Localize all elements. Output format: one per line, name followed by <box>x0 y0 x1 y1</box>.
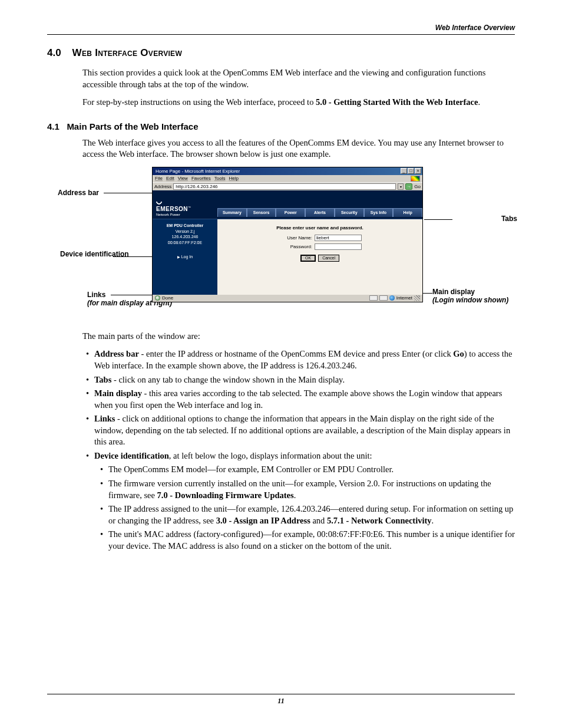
term: Go <box>453 349 464 358</box>
callout-line <box>104 193 152 193</box>
callout-text: Links <box>87 291 105 299</box>
figure: Address bar Tabs Device identification L… <box>47 167 515 320</box>
term: Tabs <box>94 375 111 384</box>
menu-favorites[interactable]: Favorites <box>191 176 211 181</box>
ie-titlebar[interactable]: Home Page - Microsoft Internet Explorer … <box>153 167 422 175</box>
list-item: The unit's MAC address (factory-configur… <box>94 529 515 552</box>
window-title: Home Page - Microsoft Internet Explorer <box>154 169 400 174</box>
go-label: Go <box>414 184 421 189</box>
term: Address bar <box>94 349 139 358</box>
list-item: Address bar - enter the IP address or ho… <box>82 348 515 371</box>
status-zone-text: Internet <box>396 295 412 301</box>
ie-menubar: File Edit View Favorites Tools Help <box>153 175 422 182</box>
list-item: Main display - this area varies accordin… <box>82 388 515 411</box>
address-dropdown-button[interactable]: ▾ <box>398 183 404 190</box>
brand-name: EMERSON™ <box>156 206 214 212</box>
minimize-button[interactable]: _ <box>401 168 407 174</box>
login-prompt: Please enter user name and password. <box>276 225 363 230</box>
callout-main-display: Main display (Login window shown) <box>432 288 508 305</box>
callout-tabs: Tabs <box>501 215 517 223</box>
bullet-list: Address bar - enter the IP address or ho… <box>82 348 515 552</box>
menu-view[interactable]: View <box>178 176 188 181</box>
section-heading: 4.0 Web Interface Overview <box>47 47 515 59</box>
tab-summary[interactable]: Summary <box>217 208 247 217</box>
password-label: Password: <box>278 244 312 249</box>
username-input[interactable]: liebert <box>315 235 362 241</box>
side-ip: 126.4.203.246 <box>155 234 215 240</box>
side-version: Version 2.j <box>155 229 215 235</box>
cancel-button[interactable]: Cancel <box>318 255 339 262</box>
para: For step-by-step instructions on using t… <box>82 97 515 108</box>
list-item: The OpenComms EM model—for example, EM C… <box>94 464 515 476</box>
list-item: Device identification, at left below the… <box>82 450 515 552</box>
side-model: EM PDU Controller <box>155 223 215 229</box>
username-label: User Name: <box>278 235 312 241</box>
status-done-text: Done <box>162 295 173 301</box>
login-link[interactable]: Log In <box>177 254 193 260</box>
text: - click on any tab to change the window … <box>111 375 345 384</box>
callout-line <box>111 295 152 295</box>
menu-edit[interactable]: Edit <box>166 176 174 181</box>
menu-file[interactable]: File <box>155 176 163 181</box>
tab-power[interactable]: Power <box>276 208 305 217</box>
text: . <box>294 490 296 500</box>
para: This section provides a quick look at th… <box>82 67 515 90</box>
ie-status-bar: Done Internet <box>153 295 422 302</box>
header-rule <box>47 34 515 35</box>
main-panel: Please enter user name and password. Use… <box>217 219 422 295</box>
callout-device-id: Device identification <box>60 251 129 259</box>
xref: 5.7.1 - Network Connectivity <box>327 516 432 525</box>
text: . <box>432 516 434 525</box>
list-item: The firmware version currently installed… <box>94 478 515 501</box>
xref: 3.0 - Assign an IP Address <box>216 516 310 525</box>
brand-swirl-icon <box>155 197 163 206</box>
status-done-icon <box>155 295 160 301</box>
page-footer: 11 <box>47 694 515 706</box>
address-input[interactable]: http://126.4.203.246 <box>173 183 396 190</box>
address-label: Address <box>154 184 171 189</box>
list-item: Links - click on additional options to c… <box>82 413 515 448</box>
subsection-title: Main Parts of the Web Interface <box>67 121 198 131</box>
ie-address-bar: Address http://126.4.203.246 ▾ → Go <box>153 182 422 190</box>
text: - click on additional options to change … <box>94 414 510 446</box>
text: - enter the IP address or hostname of th… <box>139 349 453 358</box>
page-content: EMERSON™ Network Power Summary Sensors P… <box>153 190 422 295</box>
brand-block: EMERSON™ Network Power <box>153 196 217 218</box>
callout-text: Main display <box>432 288 475 296</box>
list-item: The IP address assigned to the unit—for … <box>94 503 515 526</box>
password-input[interactable] <box>315 243 362 250</box>
term: Links <box>94 414 115 423</box>
brand-subtitle: Network Power <box>156 213 214 216</box>
para: The Web interface gives you access to al… <box>82 137 515 160</box>
section-number: 4.0 <box>47 47 61 58</box>
status-seg <box>379 295 388 301</box>
callout-subtext: (Login window shown) <box>432 297 508 305</box>
para: The main parts of the window are: <box>82 331 515 342</box>
resize-grip-icon <box>414 295 420 301</box>
page-number: 11 <box>277 697 284 705</box>
maximize-button[interactable]: □ <box>408 168 414 174</box>
callout-line <box>422 293 432 294</box>
ie-window: Home Page - Microsoft Internet Explorer … <box>152 167 423 302</box>
tab-security[interactable]: Security <box>335 208 364 217</box>
tab-alerts[interactable]: Alerts <box>305 208 335 217</box>
page: Web Interface Overview 4.0 Web Interface… <box>0 0 562 728</box>
menu-help[interactable]: Help <box>229 176 238 181</box>
callout-address-bar: Address bar <box>58 189 99 197</box>
text: - this area varies according to the tab … <box>94 388 502 410</box>
subsection-number: 4.1 <box>47 121 59 131</box>
tab-sysinfo[interactable]: Sys Info <box>364 208 394 217</box>
internet-zone-icon <box>389 295 395 301</box>
term: Device identification <box>94 451 169 460</box>
subsection-heading: 4.1 Main Parts of the Web Interface <box>47 121 515 131</box>
text: , at left below the logo, displays infor… <box>169 451 372 460</box>
ok-button[interactable]: OK <box>300 255 316 262</box>
go-button[interactable]: → <box>405 183 412 190</box>
menu-tools[interactable]: Tools <box>214 176 226 181</box>
text: and <box>310 516 327 525</box>
ie-logo-icon <box>411 176 420 182</box>
tab-help[interactable]: Help <box>393 208 422 217</box>
close-button[interactable]: × <box>415 168 421 174</box>
text: For step-by-step instructions on using t… <box>82 97 316 107</box>
tab-sensors[interactable]: Sensors <box>247 208 276 217</box>
